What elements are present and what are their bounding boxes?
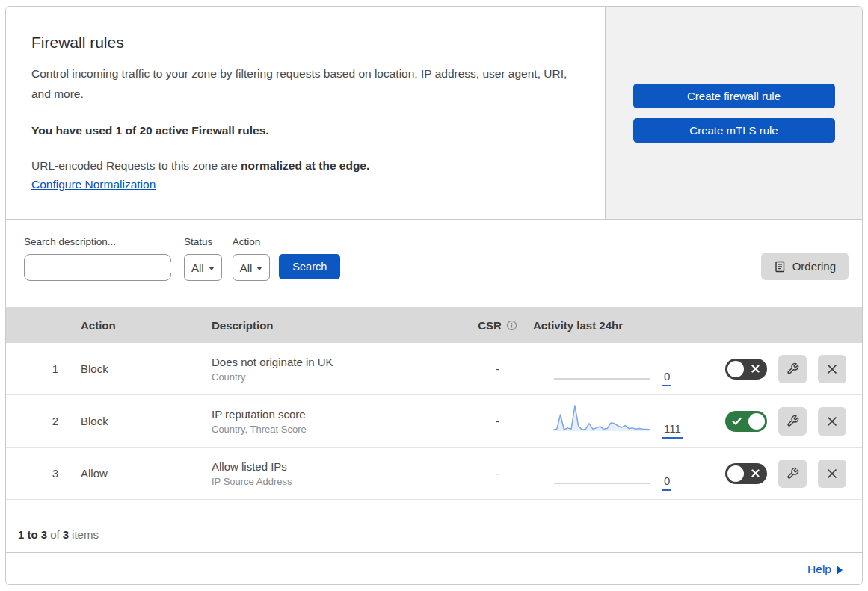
rule-description: IP reputation score xyxy=(212,408,462,421)
rule-description: Allow listed IPs xyxy=(212,460,462,473)
pagination-summary: 1 to 3 of 3 items xyxy=(6,500,862,552)
activity-sparkline xyxy=(553,350,650,386)
rule-description-cell: Allow listed IPs IP Source Address xyxy=(212,460,462,487)
rule-controls xyxy=(709,407,862,436)
edit-rule-button[interactable] xyxy=(778,460,807,488)
toggle-knob xyxy=(727,361,744,377)
col-csr-header: CSR xyxy=(478,319,517,332)
rule-priority: 3 xyxy=(52,467,81,480)
help-link[interactable]: Help xyxy=(807,563,831,576)
status-dropdown[interactable]: All xyxy=(184,254,222,281)
create-firewall-rule-button[interactable]: Create firewall rule xyxy=(633,84,835,108)
col-activity-header: Activity last 24hr xyxy=(533,319,709,332)
toggle-knob xyxy=(748,413,765,430)
col-description-header: Description xyxy=(212,319,462,332)
chevron-down-icon xyxy=(209,267,215,270)
action-group: Action All xyxy=(233,236,271,281)
rule-criteria: IP Source Address xyxy=(212,476,462,487)
header-section: Firewall rules Control incoming traffic … xyxy=(6,7,862,220)
close-icon xyxy=(825,362,839,376)
activity-count-link[interactable]: 111 xyxy=(662,423,683,439)
table-row: 3 Allow Allow listed IPs IP Source Addre… xyxy=(6,448,862,500)
csr-header-label: CSR xyxy=(478,319,502,332)
close-icon xyxy=(825,415,839,428)
normalization-text: URL-encoded Requests to this zone are no… xyxy=(31,159,575,173)
close-icon xyxy=(825,467,839,480)
activity-sparkline xyxy=(553,455,650,491)
normalization-text-bold: normalized at the edge. xyxy=(241,159,369,172)
rule-csr-value: - xyxy=(496,467,499,480)
info-icon[interactable] xyxy=(506,320,517,331)
search-input-container xyxy=(24,254,171,281)
search-button[interactable]: Search xyxy=(279,254,340,279)
create-mtls-rule-button[interactable]: Create mTLS rule xyxy=(633,118,835,143)
delete-rule-button[interactable] xyxy=(818,407,846,436)
delete-rule-button[interactable] xyxy=(818,460,846,488)
x-icon xyxy=(751,365,760,373)
rule-action: Allow xyxy=(81,467,212,480)
search-label: Search description... xyxy=(24,236,171,247)
toggle-knob xyxy=(727,465,744,482)
rule-enable-toggle[interactable] xyxy=(725,411,767,432)
search-input[interactable] xyxy=(37,262,172,273)
table-row: 1 Block Does not originate in UK Country… xyxy=(6,343,862,395)
rule-enable-toggle[interactable] xyxy=(725,463,767,484)
rule-action: Block xyxy=(81,362,212,375)
items-label: items xyxy=(72,528,99,541)
rule-csr-value: - xyxy=(496,415,499,427)
action-value: All xyxy=(240,262,253,274)
rule-activity-cell: 0 xyxy=(533,448,709,499)
rule-criteria: Country, Threat Score xyxy=(212,424,462,435)
action-dropdown[interactable]: All xyxy=(233,254,271,281)
header-text-panel: Firewall rules Control incoming traffic … xyxy=(6,7,606,219)
wrench-icon xyxy=(787,362,799,375)
x-icon xyxy=(751,469,760,477)
normalization-text-normal: URL-encoded Requests to this zone are xyxy=(31,159,241,172)
rule-priority: 1 xyxy=(52,362,81,375)
rule-activity-cell: 111 xyxy=(533,395,709,447)
rule-action: Block xyxy=(81,415,212,427)
help-bar: Help xyxy=(6,552,862,585)
activity-count-link[interactable]: 0 xyxy=(662,475,671,491)
rule-description-cell: Does not originate in UK Country xyxy=(212,356,462,383)
table-header: Action Description CSR Activity last 24h… xyxy=(6,307,862,343)
chevron-down-icon xyxy=(256,267,262,270)
table-row: 2 Block IP reputation score Country, Thr… xyxy=(6,395,862,448)
page-description: Control incoming traffic to your zone by… xyxy=(31,64,570,104)
items-total: 3 xyxy=(63,528,69,541)
chevron-right-icon xyxy=(837,566,843,575)
delete-rule-button[interactable] xyxy=(818,355,846,383)
rule-criteria: Country xyxy=(212,371,462,383)
items-of: of xyxy=(50,528,60,541)
ordered-list-icon xyxy=(774,261,786,273)
ordering-label: Ordering xyxy=(792,260,836,273)
action-label: Action xyxy=(233,236,271,247)
col-action-header: Action xyxy=(81,319,212,332)
edit-rule-button[interactable] xyxy=(778,355,807,383)
search-group: Search description... xyxy=(24,236,171,281)
rule-csr-value: - xyxy=(496,362,499,375)
rule-description: Does not originate in UK xyxy=(212,356,462,368)
wrench-icon xyxy=(787,467,799,480)
rule-controls xyxy=(709,355,862,383)
header-actions-panel: Create firewall rule Create mTLS rule xyxy=(606,7,862,219)
items-range: 1 to 3 xyxy=(18,528,47,541)
wrench-icon xyxy=(787,415,799,427)
status-value: All xyxy=(191,262,204,274)
configure-normalization-link[interactable]: Configure Normalization xyxy=(31,178,156,191)
ordering-button[interactable]: Ordering xyxy=(761,253,849,280)
rule-description-cell: IP reputation score Country, Threat Scor… xyxy=(212,408,462,435)
edit-rule-button[interactable] xyxy=(778,407,807,436)
check-icon xyxy=(732,417,742,426)
rule-enable-toggle[interactable] xyxy=(725,359,767,380)
page-title: Firewall rules xyxy=(31,34,575,52)
rule-activity-cell: 0 xyxy=(533,343,709,394)
firewall-rules-card: Firewall rules Control incoming traffic … xyxy=(5,6,863,585)
activity-count-link[interactable]: 0 xyxy=(662,371,671,386)
usage-notice: You have used 1 of 20 active Firewall ru… xyxy=(31,124,575,137)
filter-bar: Search description... Status All Action … xyxy=(6,220,862,307)
activity-sparkline xyxy=(553,403,650,439)
rule-controls xyxy=(709,460,862,488)
status-group: Status All xyxy=(184,236,222,281)
status-label: Status xyxy=(184,236,222,247)
